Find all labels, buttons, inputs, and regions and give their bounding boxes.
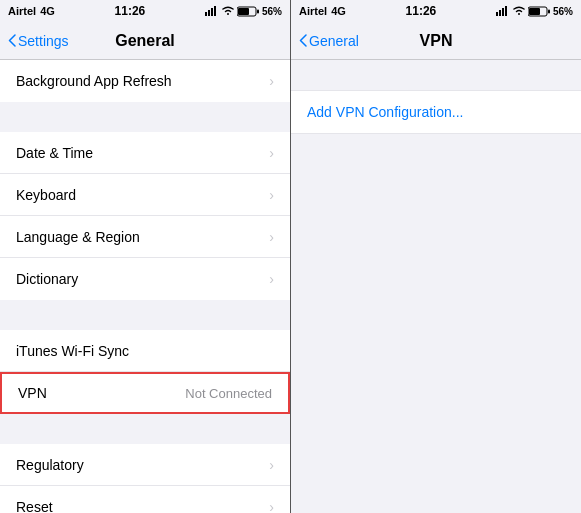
list-item-background-app-refresh[interactable]: Background App Refresh › bbox=[0, 60, 290, 102]
battery-icon-right bbox=[528, 6, 550, 17]
add-vpn-section[interactable]: Add VPN Configuration... bbox=[291, 90, 581, 134]
item-right: › bbox=[269, 457, 274, 473]
signal-icon-right bbox=[496, 6, 510, 16]
signal-icon bbox=[205, 6, 219, 16]
battery-pct-left: 56% bbox=[262, 6, 282, 17]
svg-rect-9 bbox=[502, 8, 504, 16]
item-label: Keyboard bbox=[16, 187, 76, 203]
status-bar-right: Airtel 4G 11:26 56% bbox=[291, 0, 581, 22]
section-3: iTunes Wi-Fi Sync VPN Not Connected bbox=[0, 330, 290, 414]
list-item-vpn[interactable]: VPN Not Connected bbox=[0, 372, 290, 414]
item-label: Regulatory bbox=[16, 457, 84, 473]
item-right: › bbox=[269, 73, 274, 89]
list-item-itunes-wifi[interactable]: iTunes Wi-Fi Sync bbox=[0, 330, 290, 372]
section-gap-1 bbox=[0, 102, 290, 132]
chevron-left-icon bbox=[8, 34, 16, 47]
list-item-keyboard[interactable]: Keyboard › bbox=[0, 174, 290, 216]
list-item-date-time[interactable]: Date & Time › bbox=[0, 132, 290, 174]
network-left: 4G bbox=[40, 5, 55, 17]
network-right: 4G bbox=[331, 5, 346, 17]
back-button-left[interactable]: Settings bbox=[8, 33, 69, 49]
item-label: VPN bbox=[18, 385, 47, 401]
section-gap-2 bbox=[0, 300, 290, 330]
chevron-icon: › bbox=[269, 457, 274, 473]
carrier-right: Airtel bbox=[299, 5, 327, 17]
svg-rect-5 bbox=[238, 8, 249, 15]
add-vpn-label: Add VPN Configuration... bbox=[307, 104, 463, 120]
time-left: 11:26 bbox=[115, 4, 146, 18]
section-gap-3 bbox=[0, 414, 290, 444]
back-button-right[interactable]: General bbox=[299, 33, 359, 49]
status-bar-left: Airtel 4G 11:26 56% bbox=[0, 0, 290, 22]
chevron-icon: › bbox=[269, 145, 274, 161]
svg-rect-0 bbox=[205, 12, 207, 16]
page-title-right: VPN bbox=[420, 32, 453, 50]
item-label: Reset bbox=[16, 499, 53, 513]
item-label: iTunes Wi-Fi Sync bbox=[16, 343, 129, 359]
chevron-icon: › bbox=[269, 187, 274, 203]
item-right: Not Connected bbox=[185, 386, 272, 401]
svg-rect-6 bbox=[257, 9, 259, 13]
item-label: Date & Time bbox=[16, 145, 93, 161]
svg-rect-7 bbox=[496, 12, 498, 16]
status-right-left: 56% bbox=[205, 6, 282, 17]
item-label: Background App Refresh bbox=[16, 73, 172, 89]
wifi-icon bbox=[222, 6, 234, 16]
section-4: Regulatory › Reset › bbox=[0, 444, 290, 513]
vpn-status: Not Connected bbox=[185, 386, 272, 401]
list-item-language-region[interactable]: Language & Region › bbox=[0, 216, 290, 258]
carrier-left: Airtel bbox=[8, 5, 36, 17]
right-panel: Airtel 4G 11:26 56% bbox=[291, 0, 581, 513]
svg-rect-8 bbox=[499, 10, 501, 16]
battery-pct-right: 56% bbox=[553, 6, 573, 17]
svg-rect-1 bbox=[208, 10, 210, 16]
nav-bar-left: Settings General bbox=[0, 22, 290, 60]
nav-bar-right: General VPN bbox=[291, 22, 581, 60]
item-right: › bbox=[269, 229, 274, 245]
wifi-icon-right bbox=[513, 6, 525, 16]
chevron-icon: › bbox=[269, 73, 274, 89]
back-label-left: Settings bbox=[18, 33, 69, 49]
chevron-left-icon-right bbox=[299, 34, 307, 47]
chevron-icon: › bbox=[269, 499, 274, 513]
status-left-right: Airtel 4G bbox=[299, 5, 346, 17]
vpn-content: Add VPN Configuration... bbox=[291, 60, 581, 513]
list-item-reset[interactable]: Reset › bbox=[0, 486, 290, 513]
section-1: Background App Refresh › bbox=[0, 60, 290, 102]
list-item-dictionary[interactable]: Dictionary › bbox=[0, 258, 290, 300]
item-right: › bbox=[269, 145, 274, 161]
svg-rect-12 bbox=[529, 8, 540, 15]
item-label: Dictionary bbox=[16, 271, 78, 287]
svg-rect-13 bbox=[548, 9, 550, 13]
chevron-icon: › bbox=[269, 271, 274, 287]
left-panel: Airtel 4G 11:26 56% bbox=[0, 0, 290, 513]
svg-rect-3 bbox=[214, 6, 216, 16]
section-2: Date & Time › Keyboard › Language & Regi… bbox=[0, 132, 290, 300]
back-label-right: General bbox=[309, 33, 359, 49]
item-right: › bbox=[269, 187, 274, 203]
item-right: › bbox=[269, 499, 274, 513]
settings-list-left: Background App Refresh › Date & Time › K… bbox=[0, 60, 290, 513]
item-right: › bbox=[269, 271, 274, 287]
chevron-icon: › bbox=[269, 229, 274, 245]
status-right-right: 56% bbox=[496, 6, 573, 17]
svg-rect-10 bbox=[505, 6, 507, 16]
list-item-regulatory[interactable]: Regulatory › bbox=[0, 444, 290, 486]
time-right: 11:26 bbox=[406, 4, 437, 18]
item-label: Language & Region bbox=[16, 229, 140, 245]
svg-rect-2 bbox=[211, 8, 213, 16]
battery-icon bbox=[237, 6, 259, 17]
status-left: Airtel 4G bbox=[8, 5, 55, 17]
page-title-left: General bbox=[115, 32, 175, 50]
